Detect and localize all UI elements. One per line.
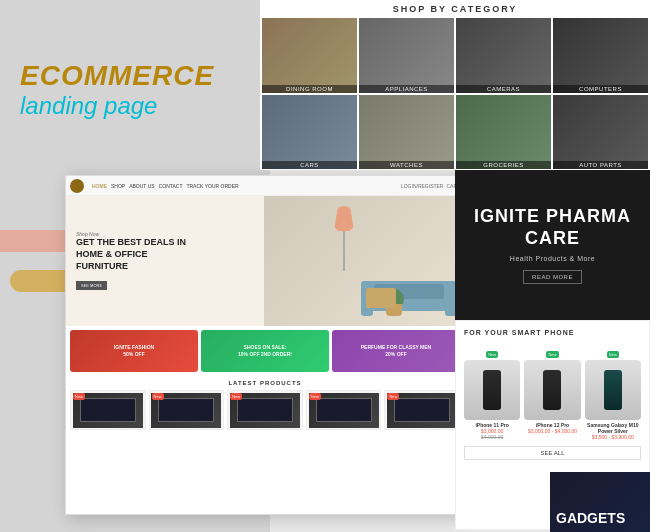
promo-perfume-text: PERFUME FOR CLASSY MEN20% off (361, 344, 431, 358)
phone-name-3: Samsung Galaxy M10 Power Silver (585, 422, 641, 434)
new-badge-5: New (387, 393, 399, 400)
category-groceries[interactable]: GROCERIES (456, 95, 551, 170)
nav-login[interactable]: LOGIN/REGISTER (401, 183, 444, 189)
promo-fashion[interactable]: IGNITE FASHION50% off (70, 330, 198, 372)
category-label: AUTO PARTS (553, 161, 648, 169)
nav-link-track[interactable]: TRACK YOUR ORDER (186, 183, 238, 189)
promo-shoes-text: SHOES ON SALE:10% Off 2nd order! (238, 344, 292, 358)
promo-shoes[interactable]: SHOES ON SALE:10% Off 2nd order! (201, 330, 329, 372)
new-badge-4: New (309, 393, 321, 400)
pharma-read-more-button[interactable]: READ MORE (523, 270, 582, 284)
see-all-button[interactable]: SEE ALL (464, 446, 641, 460)
pharma-panel: IGNITE PHARMA CARE Health Products & Mor… (455, 170, 650, 320)
category-cameras[interactable]: CAMERAS (456, 18, 551, 93)
pharma-title: IGNITE PHARMA CARE (470, 206, 635, 249)
nav-link-home[interactable]: HOME (92, 183, 107, 189)
category-cars[interactable]: CARS (262, 95, 357, 170)
product-item-4[interactable]: New (306, 390, 382, 430)
category-label: GROCERIES (456, 161, 551, 169)
new-badge-1: New (73, 393, 85, 400)
nav-link-about[interactable]: ABOUT US (129, 183, 154, 189)
title-area: ECOMMERCE landing page (20, 60, 214, 120)
lamp-shade (334, 206, 354, 231)
category-auto-parts[interactable]: AUTO PARTS (553, 95, 648, 170)
title-ecommerce: ECOMMERCE (20, 60, 214, 92)
phone-shape-3 (604, 370, 622, 410)
latest-products-title: LATEST PRODUCTS (70, 380, 460, 386)
promo-fashion-text: IGNITE FASHION50% off (114, 344, 154, 358)
product-item-3[interactable]: New (227, 390, 303, 430)
category-dining-room[interactable]: DINING ROOM (262, 18, 357, 93)
laptop-screen-5 (394, 398, 450, 423)
category-grid: DINING ROOM APPLIANCES CAMERAS COMPUTERS… (260, 16, 650, 171)
phone-price-2: $3,000.00 - $4,000.00 (524, 428, 580, 434)
phone-new-badge-2: New (546, 351, 558, 358)
category-label: DINING ROOM (262, 85, 357, 93)
product-item-5[interactable]: New (384, 390, 460, 430)
phone-new-badge-1: New (486, 351, 498, 358)
category-appliances[interactable]: APPLIANCES (359, 18, 454, 93)
nav-link-shop[interactable]: SHOP (111, 183, 125, 189)
category-label: CAMERAS (456, 85, 551, 93)
phone-img-2 (524, 360, 580, 420)
mockup-nav: HOME SHOP ABOUT US CONTACT TRACK YOUR OR… (66, 176, 464, 196)
gadgets-label: Gadgets (556, 510, 625, 526)
lamp-decoration (334, 206, 354, 271)
laptop-screen-1 (80, 398, 136, 423)
phone-shape-1 (483, 370, 501, 410)
phone-img-3 (585, 360, 641, 420)
shop-category-label: SHOP BY CATEGORY (260, 0, 650, 16)
category-label: WATCHES (359, 161, 454, 169)
mockup-latest: LATEST PRODUCTS New New New (66, 376, 464, 434)
phone-img-1 (464, 360, 520, 420)
new-badge-3: New (230, 393, 242, 400)
phones-row: New iPhone 11 Pro $3,000.00 $4,000.00 Ne… (464, 342, 641, 440)
new-badge-2: New (152, 393, 164, 400)
hero-cta-button[interactable]: SEE MORE (76, 281, 107, 290)
mockup-hero: Shop Now GET THE BEST DEALS IN HOME & OF… (66, 196, 464, 326)
category-label: APPLIANCES (359, 85, 454, 93)
products-row: New New New New (70, 390, 460, 430)
promo-perfume[interactable]: PERFUME FOR CLASSY MEN20% off (332, 330, 460, 372)
category-label: CARS (262, 161, 357, 169)
phone-old-price-1: $4,000.00 (464, 434, 520, 440)
website-mockup: HOME SHOP ABOUT US CONTACT TRACK YOUR OR… (65, 175, 465, 515)
title-landing: landing page (20, 92, 214, 120)
hero-text: Shop Now GET THE BEST DEALS IN HOME & OF… (66, 221, 206, 300)
nav-logo (70, 179, 84, 193)
category-watches[interactable]: WATCHES (359, 95, 454, 170)
phone-shape-2 (543, 370, 561, 410)
phone-item-1[interactable]: New iPhone 11 Pro $3,000.00 $4,000.00 (464, 342, 520, 440)
phones-title: FOR YOUR SMART PHONE (464, 329, 641, 336)
laptop-screen-2 (158, 398, 214, 423)
phone-new-badge-3: New (607, 351, 619, 358)
hero-image (264, 196, 464, 326)
phone-price-3: $3,500 - $3,900.00 (585, 434, 641, 440)
product-item-1[interactable]: New (70, 390, 146, 430)
pharma-subtitle: Health Products & More (510, 255, 595, 262)
category-label: COMPUTERS (553, 85, 648, 93)
category-computers[interactable]: COMPUTERS (553, 18, 648, 93)
shop-category-area: SHOP BY CATEGORY DINING ROOM APPLIANCES … (260, 0, 650, 170)
mockup-promos: IGNITE FASHION50% off SHOES ON SALE:10% … (66, 326, 464, 376)
nav-links: HOME SHOP ABOUT US CONTACT TRACK YOUR OR… (92, 183, 393, 189)
laptop-screen-3 (237, 398, 293, 423)
nav-actions: LOGIN/REGISTER CART (401, 183, 460, 189)
phone-item-2[interactable]: New iPhone 12 Pro $3,000.00 - $4,000.00 (524, 342, 580, 440)
product-item-2[interactable]: New (149, 390, 225, 430)
nav-link-contact[interactable]: CONTACT (159, 183, 183, 189)
hero-title: GET THE BEST DEALS IN HOME & OFFICE FURN… (76, 237, 196, 272)
gadgets-panel: Gadgets (550, 472, 650, 532)
laptop-screen-4 (316, 398, 372, 423)
table-decoration (366, 288, 396, 308)
lamp-stand (343, 231, 345, 271)
phone-item-3[interactable]: New Samsung Galaxy M10 Power Silver $3,5… (585, 342, 641, 440)
